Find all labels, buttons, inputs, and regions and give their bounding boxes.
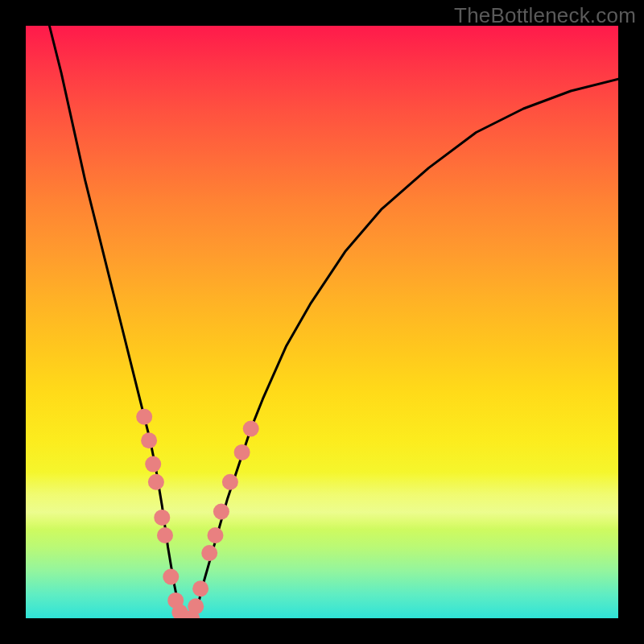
marker-group (136, 409, 259, 618)
curve-marker (222, 474, 238, 490)
curve-marker (201, 545, 217, 561)
curve-marker (136, 409, 152, 425)
plot-area (26, 26, 618, 618)
curve-marker (188, 598, 204, 614)
curve-marker (234, 444, 250, 460)
curve-marker (208, 527, 224, 543)
chart-frame: TheBottleneck.com (0, 0, 644, 644)
curve-marker (213, 504, 229, 520)
curve-marker (141, 432, 157, 448)
curve-marker (178, 610, 194, 618)
curve-marker (145, 456, 161, 473)
curve-marker (163, 569, 179, 585)
curve-marker (171, 605, 188, 618)
watermark-text: TheBottleneck.com (454, 3, 636, 28)
highlight-band (26, 472, 618, 530)
curve-marker (192, 580, 208, 597)
curve-marker (184, 610, 200, 618)
curve-marker (148, 474, 164, 490)
bottleneck-curve-line (49, 26, 618, 618)
curve-marker (154, 510, 170, 526)
curve-marker (167, 592, 184, 609)
curve-marker (157, 527, 173, 543)
curve-marker (243, 421, 259, 437)
bottleneck-curve-svg (26, 26, 618, 618)
